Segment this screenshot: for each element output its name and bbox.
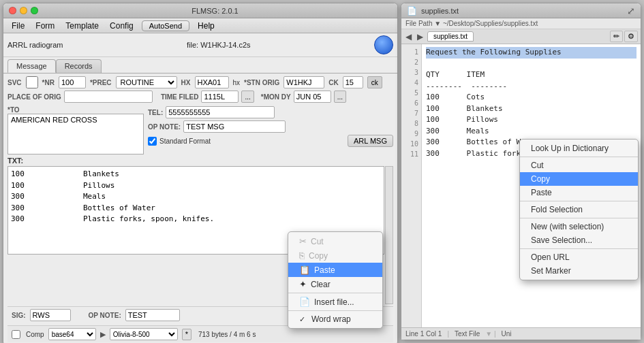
close-button[interactable] [9,7,16,14]
svc-label: SVC [7,79,22,86]
standard-format-label: Standard Format [159,137,211,145]
ctx-paste-label: Paste [314,265,335,275]
rctx-new-with-sel-label: New (with selection) [531,222,604,231]
opnote-row: OP NOTE: [148,120,393,133]
menu-form[interactable]: Form [30,20,60,32]
rctx-copy[interactable]: Copy [520,172,638,186]
context-menu-left: ✂ Cut ⎘ Copy 📋 Paste ✦ Clear 📄 Insert fi… [288,231,383,329]
toolbar-gear-btn[interactable]: ⚙ [624,31,638,42]
mon-dy-btn[interactable]: ... [334,91,346,103]
ctx-cut-label: Cut [311,237,324,246]
time-filed-label: TIME FILED [161,93,199,101]
expand-icon[interactable]: ⤢ [627,5,635,16]
rctx-dictionary[interactable]: Look Up in Dictionary [520,142,638,155]
tel-input[interactable] [166,106,275,118]
nr-input[interactable] [59,76,86,88]
hx-input[interactable] [195,76,229,88]
menu-config[interactable]: Config [104,20,139,32]
time-filed-input[interactable] [201,91,239,103]
rctx-sep-4 [520,248,638,249]
place-time-row: PLACE OF ORIG TIME FILED ... *MON DY ... [7,91,393,103]
status-indicator [374,35,393,54]
line-num-1: 1 [403,47,418,57]
to-textarea[interactable]: AMERICAN RED CROSS [7,114,144,154]
sig-input[interactable] [30,309,71,321]
line-num-3: 3 [403,67,418,78]
nav-forward-btn[interactable]: ▶ [416,32,425,42]
arl-msg-button[interactable]: ARL MSG [348,135,393,147]
ctx-word-wrap-label: Word wrap [311,314,351,324]
menu-help[interactable]: Help [192,20,220,32]
rctx-fold-label: Fold Selection [531,205,583,214]
arrow-icon: ▶ [100,330,106,339]
status-bar: Line 1 Col 1 | Text File ▼ | Uni [401,327,641,340]
menu-file[interactable]: File [6,20,30,32]
op-note-input[interactable] [183,120,286,133]
ctx-clear[interactable]: ✦ Clear [288,277,382,291]
olivia-select[interactable]: Olivia-8-500 Olivia-16-500 BPSK125 [110,328,178,340]
ck-input[interactable] [343,76,363,88]
time-filed-btn[interactable]: ... [241,91,254,103]
line-num-9: 9 [403,129,418,139]
line-num-5: 5 [403,88,418,98]
rctx-set-marker[interactable]: Set Marker [520,264,638,278]
ctx-copy-label: Copy [309,251,328,261]
file-label: file: W1HKJ-14.c2s [187,41,251,49]
right-tab-bar: ◀ ▶ supplies.txt ✏ ⚙ [401,29,641,44]
star-button[interactable]: * [182,329,191,340]
paste-icon: 📋 [299,265,310,275]
ctx-insert-file[interactable]: 📄 Insert file... [288,295,382,309]
place-input[interactable] [64,91,153,103]
rctx-new-with-sel[interactable]: New (with selection) [520,220,638,233]
tab-records[interactable]: Records [56,59,102,73]
tab-message[interactable]: Message [7,59,56,73]
minimize-button[interactable] [20,7,27,14]
toolbar-pencil-btn[interactable]: ✏ [610,31,623,42]
right-toolbar: ✏ ⚙ [610,31,638,42]
ctx-word-wrap[interactable]: ✓ Word wrap [288,312,382,326]
rctx-copy-label: Copy [531,174,550,184]
comp-label: Comp [26,331,44,338]
tel-label: TEL: [148,109,163,116]
rctx-sep-2 [520,201,638,201]
op-note-bottom-input[interactable] [125,309,180,321]
rctx-paste[interactable]: Paste [520,186,638,199]
standard-format-checkbox[interactable] [148,137,157,146]
base64-select[interactable]: base64 none [48,328,96,340]
ctx-cut[interactable]: ✂ Cut [288,234,382,248]
line-num-7: 7 [403,108,418,118]
txt-scrollbar[interactable] [385,166,393,304]
arrl-label: ARRL radiogram [7,41,63,49]
rctx-cut[interactable]: Cut [520,159,638,172]
encoding-status: Uni [502,330,512,338]
rctx-save-sel[interactable]: Save Selection... [520,233,638,247]
rctx-sep-3 [520,218,638,218]
menu-bar: File Form Template Config AutoSend Help [3,18,397,33]
rctx-open-url[interactable]: Open URL [520,250,638,264]
rctx-fold[interactable]: Fold Selection [520,203,638,216]
right-title-bar: 📄 supplies.txt ⤢ [401,3,641,18]
to-label: *TO [7,106,144,114]
word-wrap-check-icon: ✓ [299,315,307,324]
code-line-1: Request the Following Supplies [426,47,637,59]
maximize-button[interactable] [31,7,38,14]
nav-back-btn[interactable]: ◀ [404,32,413,42]
file-type-status: Text File [455,330,480,338]
stn-orig-input[interactable] [283,76,324,88]
line-num-8: 8 [403,118,418,129]
txt-label: TXT: [7,157,393,165]
prec-select[interactable]: ROUTINE WELFARE PRIORITY EMERGENCY [116,76,177,88]
line-num-10: 10 [403,139,418,149]
ctx-paste[interactable]: 📋 Paste [288,263,382,277]
line-numbers: 1 2 3 4 5 6 7 8 9 10 11 [401,44,422,327]
ck-button[interactable]: ck [367,76,382,88]
cut-icon: ✂ [299,236,307,246]
ctx-copy[interactable]: ⎘ Copy [288,248,382,263]
file-tab[interactable]: supplies.txt [427,31,474,42]
op-note-bottom-label: OP NOTE: [89,312,121,319]
comp-checkbox[interactable] [12,330,20,339]
autosend-button[interactable]: AutoSend [142,20,189,31]
svc-checkbox[interactable] [26,76,38,88]
mon-dy-input[interactable] [294,91,331,103]
menu-template[interactable]: Template [60,20,104,32]
